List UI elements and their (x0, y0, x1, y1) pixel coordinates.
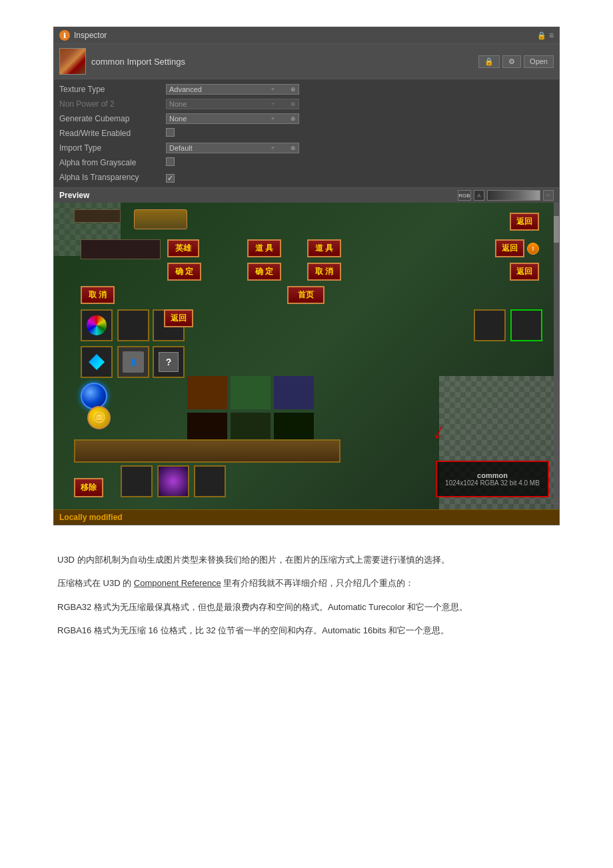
info-common: common (477, 471, 508, 479)
panel-row1-left (81, 239, 161, 259)
menu-icon[interactable]: ≡ (549, 31, 554, 40)
sprite-thumbnail (59, 48, 86, 75)
non-power-control[interactable]: None ÷ (166, 99, 554, 109)
alpha-transparency-row: Alpha Is Transparency (54, 170, 559, 185)
read-write-control (166, 128, 554, 139)
gear-btn-icon: ⚙ (508, 57, 515, 66)
read-write-label: Read/Write Enabled (59, 129, 166, 138)
slot-question[interactable]: ? (153, 346, 185, 378)
alpha-grayscale-label: Alpha from Grayscale (59, 158, 166, 167)
confirm-btn-1[interactable]: 确 定 (167, 263, 201, 281)
info-circle: ! (527, 243, 539, 255)
non-power-row: Non Power of 2 None ÷ (54, 97, 559, 111)
para-2-prefix: 压缩格式在 U3D 的 (57, 578, 131, 588)
slot-bottom-1[interactable] (121, 465, 153, 497)
read-write-checkbox[interactable] (166, 128, 175, 137)
import-type-row: Import Type Default ÷ (54, 141, 559, 155)
para-1-text: U3D 的内部机制为自动生成图片类型来替换我们给的图片，在图片的压缩方式上需要进… (57, 555, 450, 565)
texture-type-row: Texture Type Advanced ÷ (54, 82, 559, 97)
cancel-btn-2[interactable]: 取 消 (81, 286, 115, 304)
non-power-select[interactable]: None ÷ (166, 99, 299, 109)
slot-right-2[interactable] (510, 309, 542, 341)
para-4: RGBA16 格式为无压缩 16 位格式，比 32 位节省一半的空间和内存。Au… (40, 623, 573, 638)
import-type-select[interactable]: Default ÷ (166, 143, 299, 153)
preview-extra[interactable]: ✂ (543, 190, 554, 201)
hero-btn[interactable]: 英雄 (167, 239, 199, 257)
info-box: common 1024x1024 RGBA 32 bit 4.0 MB (436, 461, 549, 497)
scroll-dots: ··· (554, 501, 559, 507)
confirm-btn-2[interactable]: 确 定 (247, 263, 281, 281)
preview-header: Preview RGB A ✂ (54, 187, 559, 203)
para-3-text: RGBA32 格式为无压缩最保真格式，但也是最浪费内存和空间的格式。Automa… (57, 602, 468, 612)
slot-bottom-2[interactable] (157, 465, 189, 497)
question-icon: ? (159, 352, 179, 372)
para-3: RGBA32 格式为无压缩最保真格式，但也是最浪费内存和空间的格式。Automa… (40, 599, 573, 615)
return-btn-left[interactable]: 返回 (164, 309, 193, 327)
return-area-2: 返回 ! (495, 239, 539, 257)
texture-type-label: Texture Type (59, 85, 166, 94)
swatch-brown (187, 376, 227, 409)
para-4-text: RGBA16 格式为无压缩 16 位格式，比 32 位节省一半的空间和内存。Au… (57, 625, 449, 635)
cancel-btn-1[interactable]: 取 消 (307, 263, 341, 281)
remove-btn[interactable]: 移除 (74, 478, 103, 497)
slot-gem[interactable] (81, 346, 113, 378)
color-wheel (87, 315, 107, 335)
lock-btn[interactable]: 🔒 (478, 55, 500, 68)
gear-btn[interactable]: ⚙ (502, 55, 521, 68)
slot-right-1[interactable] (474, 309, 506, 341)
import-type-control[interactable]: Default ÷ (166, 143, 554, 153)
preview-rgb-btn[interactable]: RGB (458, 190, 471, 201)
preview-slider[interactable] (487, 190, 540, 201)
alpha-grayscale-row: Alpha from Grayscale (54, 155, 559, 170)
return-btn-3[interactable]: 返回 (510, 263, 539, 281)
game-screenshot: 返回 英雄 道 具 道 具 返回 ! 确 定 确 定 取 消 返回 取 消 首页 (54, 203, 559, 509)
char-icon: 👤 (123, 351, 144, 373)
item-btn-1[interactable]: 道 具 (247, 239, 281, 257)
generate-cubemap-select[interactable]: None ÷ (166, 113, 299, 124)
alpha-transparency-label: Alpha Is Transparency (59, 173, 166, 182)
generate-cubemap-control[interactable]: None ÷ (166, 113, 554, 124)
inspector-panel: ℹ Inspector 🔒 ≡ common Import Settings 🔒… (53, 27, 560, 525)
info-details: 1024x1024 RGBA 32 bit 4.0 MB (445, 479, 540, 487)
home-btn[interactable]: 首页 (287, 286, 324, 304)
open-btn[interactable]: Open (524, 55, 554, 68)
slot-2[interactable] (117, 309, 149, 341)
preview-alpha-btn[interactable]: A (474, 190, 484, 201)
scrollbar-thumb[interactable] (554, 216, 559, 243)
item-btn-2[interactable]: 道 具 (307, 239, 341, 257)
texture-type-control[interactable]: Advanced ÷ (166, 84, 554, 95)
preview-canvas: 返回 英雄 道 具 道 具 返回 ! 确 定 确 定 取 消 返回 取 消 首页 (54, 203, 559, 509)
lock-btn-icon: 🔒 (484, 57, 494, 66)
slot-1[interactable] (81, 309, 113, 341)
content-area: U3D 的内部机制为自动生成图片类型来替换我们给的图片，在图片的压缩方式上需要进… (40, 539, 573, 660)
alpha-grayscale-control (166, 157, 554, 168)
lock-icon[interactable]: 🔒 (537, 31, 546, 40)
component-reference-link[interactable]: Component Reference (134, 578, 221, 588)
return-btn-3-wrap: 返回 (510, 263, 539, 281)
info-icon: ℹ (59, 30, 70, 41)
read-write-row: Read/Write Enabled (54, 126, 559, 141)
alpha-grayscale-checkbox[interactable] (166, 157, 175, 166)
scrollbar[interactable]: ··· (554, 203, 559, 509)
return-btn-1[interactable]: 返回 (510, 213, 539, 231)
slot-char[interactable]: 👤 (117, 346, 149, 378)
locally-modified-bar: Locally modified (54, 509, 559, 525)
inspector-titlebar: ℹ Inspector 🔒 ≡ (54, 27, 559, 44)
inspector-header: common Import Settings 🔒 ⚙ Open (54, 44, 559, 79)
texture-type-select[interactable]: Advanced ÷ (166, 84, 299, 95)
preview-title: Preview (59, 191, 89, 200)
return-btn-2[interactable]: 返回 (495, 239, 524, 257)
preview-controls: RGB A ✂ (458, 190, 554, 201)
non-power-label: Non Power of 2 (59, 99, 166, 109)
blue-orb (81, 383, 107, 409)
header-buttons: 🔒 ⚙ Open (478, 55, 554, 68)
alpha-transparency-checkbox[interactable] (166, 174, 175, 183)
titlebar-left: ℹ Inspector (59, 30, 107, 41)
bottom-bar[interactable] (74, 439, 340, 463)
purple-gem (159, 467, 188, 496)
texture-name: common Import Settings (91, 57, 473, 67)
para-1: U3D 的内部机制为自动生成图片类型来替换我们给的图片，在图片的压缩方式上需要进… (40, 552, 573, 567)
gold-bowl (134, 209, 187, 229)
slot-bottom-3[interactable] (194, 465, 226, 497)
para-2-suffix: 里有介绍我就不再详细介绍，只介绍几个重点的： (223, 578, 414, 588)
